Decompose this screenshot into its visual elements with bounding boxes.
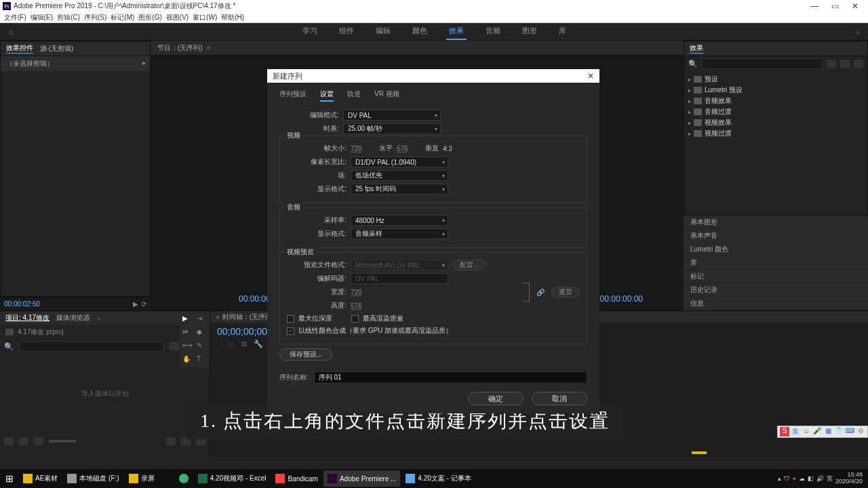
tray-rec-icon[interactable]: ● [793,475,796,482]
taskbar-bandicam[interactable]: Bandicam [271,470,321,487]
zoom-slider[interactable] [49,440,76,443]
ws-tab-learn[interactable]: 学习 [300,23,320,40]
max-bit-depth-checkbox[interactable] [287,315,294,323]
preview-height-input[interactable]: 576 [351,302,375,310]
tree-item-audio-trans[interactable]: ▸音频过渡 [688,106,863,117]
system-tray[interactable]: ▴ 🛡 ● ☁ ◧ 🔊 英 15:48 2020/4/20 [774,472,867,485]
taskbar-item[interactable]: AE素材 [19,470,62,487]
frame-width-input[interactable]: 720 [351,145,375,152]
tray-app-icon[interactable]: ◧ [808,475,814,482]
project-tab[interactable]: 项目: 4.17修改 [5,313,50,323]
proj-new-bin-icon[interactable] [166,437,176,445]
razor-tool-icon[interactable]: ◆ [197,328,206,338]
tray-cloud-icon[interactable]: ☁ [799,475,805,482]
reset-button[interactable]: 重置 [551,287,580,298]
menu-file[interactable]: 文件(F) [3,13,28,22]
tl-link-icon[interactable]: ∩ [229,340,237,348]
ws-tab-graphics[interactable]: 图形 [519,23,540,40]
ok-button[interactable]: 确定 [468,392,524,405]
ime-sogou-icon[interactable]: S [780,427,789,436]
maximize-button[interactable]: ▭ [825,1,845,11]
ime-voice-icon[interactable]: 🎤 [812,427,822,436]
preview-width-input[interactable]: 720 [351,289,375,296]
dialog-close-button[interactable]: ✕ [587,71,594,81]
effects-search-input[interactable] [702,58,823,69]
menu-view[interactable]: 视图(V) [165,13,190,22]
edit-mode-dropdown[interactable]: DV PAL▾ [343,110,441,121]
panel-essential-sound[interactable]: 基本声音 [684,229,868,243]
proj-icon-view-icon[interactable] [19,437,28,445]
taskbar-premiere[interactable]: Adobe Premiere ... [323,470,400,487]
ws-tab-effects[interactable]: 效果 [446,23,467,40]
ws-tab-audio[interactable]: 音频 [483,23,503,40]
project-empty-message[interactable]: 导入媒体以开始 [0,353,210,434]
dlg-tab-tracks[interactable]: 轨道 [347,89,361,102]
linear-color-checkbox[interactable]: ✓ [287,327,294,335]
tray-lang[interactable]: 英 [827,474,833,483]
home-button[interactable]: ⌂ [0,27,22,37]
start-button[interactable]: ⊞ [1,470,18,487]
taskbar-notepad[interactable]: 4.20文案 - 记事本 [401,470,475,487]
tray-up-icon[interactable]: ▴ [778,475,781,482]
panel-tab-effects[interactable]: 效果 [690,43,703,54]
panel-libraries[interactable]: 库 [684,256,868,270]
menu-clip[interactable]: 剪辑(C) [56,13,81,22]
timebase-dropdown[interactable]: 25.00 帧/秒▾ [343,123,441,134]
tree-item-video-trans[interactable]: ▸视频过渡 [688,128,863,139]
selection-tool-icon[interactable]: ▶ [182,314,192,324]
ruler-icon2[interactable]: ⟳ [141,300,146,308]
pen-tool-icon[interactable]: ✎ [197,342,206,351]
display-fmt-dropdown[interactable]: 25 fps 时间码▾ [351,184,448,195]
accel-icon[interactable] [840,60,850,68]
taskbar-excel[interactable]: 4.20视频邓 - Excel [194,470,271,487]
ime-keyboard-icon[interactable]: ⌨ [845,427,854,436]
type-tool-icon[interactable]: T [197,355,206,365]
ws-tab-editing[interactable]: 编辑 [373,23,393,40]
tree-item-video-fx[interactable]: ▸视频效果 [688,117,863,128]
yuv-icon[interactable] [827,60,836,68]
menu-edit[interactable]: 编辑(E) [29,13,54,22]
ime-skin-icon[interactable]: 👕 [834,427,844,436]
dlg-tab-vr[interactable]: VR 视频 [374,89,399,102]
tray-clock[interactable]: 15:48 2020/4/20 [835,472,863,485]
panel-lumetri-color[interactable]: Lumetri 颜色 [684,243,868,256]
tl-snap-icon[interactable]: ⋮⋮ [217,340,225,348]
panel-history[interactable]: 历史记录 [684,283,868,297]
proj-view-icon[interactable] [170,342,179,350]
menu-sequence[interactable]: 序列(S) [83,13,108,22]
chain-icon[interactable]: 🔗 [536,289,545,296]
par-dropdown[interactable]: D1/DV PAL (1.0940)▾ [351,157,448,167]
ime-settings-icon[interactable]: ⚙ [856,427,865,436]
tl-marker-icon[interactable]: ⧉ [241,340,250,348]
menu-marker[interactable]: 标记(M) [109,13,136,22]
taskbar-item[interactable]: 本地磁盘 (F:) [63,470,123,487]
timeline-header-label[interactable]: 时间轴：(无序列) [222,312,275,322]
ime-clipboard-icon[interactable]: ▦ [823,427,833,436]
ws-tab-library[interactable]: 库 [556,23,569,40]
tree-item-audio-fx[interactable]: ▸音频效果 [688,96,863,106]
panel-tab-source-noclip[interactable]: 源·(无剪辑) [40,44,73,54]
32bit-icon[interactable] [854,60,863,68]
proj-freeform-icon[interactable] [34,437,43,445]
track-select-tool-icon[interactable]: ⇥ [197,314,206,324]
fields-dropdown[interactable]: 低场优先▾ [351,170,448,181]
panel-markers[interactable]: 标记 [684,270,868,283]
ws-tab-more[interactable]: » [848,28,868,36]
taskbar-item[interactable] [175,470,193,487]
menu-graphics[interactable]: 图形(G) [137,13,163,22]
dlg-tab-settings[interactable]: 设置 [320,89,334,102]
tree-item-presets[interactable]: ▸预设 [688,74,863,85]
audio-display-fmt-dropdown[interactable]: 音频采样▾ [351,228,448,239]
ripple-tool-icon[interactable]: ⇄ [182,328,192,338]
project-search-input[interactable] [19,341,164,352]
dlg-tab-preset[interactable]: 序列预设 [279,89,307,102]
panel-info[interactable]: 信息 [684,297,868,310]
menu-window[interactable]: 窗口(W) [191,13,218,22]
program-header[interactable]: 节目：(无序列) [157,43,203,53]
taskbar-item[interactable]: 录屏 [125,470,159,487]
tray-volume-icon[interactable]: 🔊 [816,475,824,482]
frame-height-input[interactable]: 576 [397,145,421,152]
sequence-name-input[interactable] [314,371,587,384]
max-render-checkbox[interactable] [351,315,359,323]
ws-tab-assembly[interactable]: 组件 [336,23,357,40]
